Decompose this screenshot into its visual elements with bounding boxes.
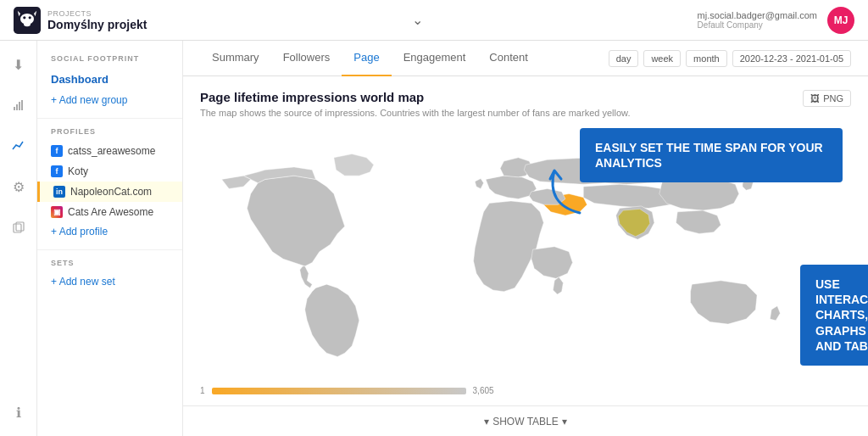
top-header: PROJECTS Domyślny projekt ⌄ mj.social.ba… [0,0,868,41]
icon-bar: ⬇ ⚙ ℹ [0,41,37,436]
tabs-bar: Summary Followers Page Engagement Conten… [183,41,868,76]
tab-summary[interactable]: Summary [200,41,271,76]
profiles-label: PROFILES [37,127,182,141]
svg-point-4 [24,22,31,26]
project-dropdown[interactable]: ⌄ [412,12,423,28]
date-range-picker[interactable]: 2020-12-23 - 2021-01-05 [732,50,851,67]
day-button[interactable]: day [609,50,639,67]
content-area: Summary Followers Page Engagement Conten… [183,41,868,436]
app-logo [14,7,41,34]
callout-top-area: EASILY SET THE TIME SPAN FOR YOUR ANALYT… [537,128,843,221]
profile-item-2[interactable]: f Koty [37,161,182,182]
user-company: Default Company [698,20,817,30]
svg-point-3 [29,16,31,19]
header-center: ⌄ [149,12,685,28]
callout-bottom-area: USE INTERACTIVE CHARTS, GRAPHS AND TABLE… [800,272,843,366]
png-icon: 🖼 [810,93,820,103]
user-avatar[interactable]: MJ [827,7,854,34]
add-profile-button[interactable]: + Add profile [37,222,182,241]
linkedin-icon-3: in [53,186,65,198]
world-map-container: EASILY SET THE TIME SPAN FOR YOUR ANALYT… [200,128,851,383]
project-label: PROJECTS [47,9,147,18]
copy-icon[interactable] [5,214,32,241]
info-icon[interactable]: ℹ [5,399,32,426]
callout-bottom: USE INTERACTIVE CHARTS, GRAPHS AND TABLE… [800,265,868,366]
svg-rect-9 [19,102,20,110]
page-title: Page lifetime impressions world map [200,90,851,104]
png-label: PNG [823,93,843,103]
sidebar-dashboard[interactable]: Dashboard [37,68,182,91]
tab-followers[interactable]: Followers [271,41,342,76]
callout-top: EASILY SET THE TIME SPAN FOR YOUR ANALYT… [580,128,843,182]
download-icon[interactable]: ⬇ [5,51,32,78]
month-button[interactable]: month [686,50,727,67]
page-subtitle: The map shows the source of impressions.… [200,108,851,118]
export-png-button[interactable]: 🖼 PNG [803,90,851,107]
tab-engagement[interactable]: Engagement [392,41,478,76]
tab-page[interactable]: Page [342,41,391,76]
map-legend: 1 3,605 [200,386,851,395]
header-right: mj.social.badger@gmail.com Default Compa… [685,7,854,34]
project-info: PROJECTS Domyślny projekt [47,9,147,31]
sidebar: SOCIAL FOOTPRINT Dashboard + Add new gro… [37,41,183,436]
svg-rect-8 [16,104,18,110]
profile-name-4: Cats Are Awesome [68,206,153,218]
profile-name-3: NapoleonCat.com [70,186,152,198]
chevron-down-icon-2: ▾ [562,416,567,428]
tab-content[interactable]: Content [477,41,540,76]
add-set-button[interactable]: + Add new set [37,272,182,291]
logo-area: PROJECTS Domyślny projekt [14,7,149,34]
sets-label: SETS [37,259,182,272]
svg-point-2 [23,16,25,19]
show-table-footer[interactable]: ▾ SHOW TABLE ▾ [183,405,868,436]
show-table-label: SHOW TABLE [492,416,559,428]
instagram-icon-4: ▣ [51,206,63,218]
settings-icon[interactable]: ⚙ [5,173,32,200]
profile-name-2: Koty [68,165,88,177]
add-group-button[interactable]: + Add new group [37,91,182,109]
profile-item-4[interactable]: ▣ Cats Are Awesome [37,202,182,222]
legend-gradient-bar [212,388,466,394]
page-content: Page lifetime impressions world map The … [183,76,868,405]
profile-item-3[interactable]: in NapoleonCat.com [37,182,182,202]
user-email: mj.social.badger@gmail.com [698,10,817,20]
facebook-icon-2: f [51,165,63,177]
user-info: mj.social.badger@gmail.com Default Compa… [698,10,817,30]
activity-icon[interactable] [5,92,32,119]
week-button[interactable]: week [643,50,681,67]
chevron-down-icon: ▾ [484,416,489,428]
facebook-icon-1: f [51,145,63,157]
callout-top-text: EASILY SET THE TIME SPAN FOR YOUR ANALYT… [595,141,823,170]
project-name: Domyślny projekt [47,18,147,31]
legend-min: 1 [200,386,205,395]
main-layout: ⬇ ⚙ ℹ SOCIAL FOOTPRINT Dashboard + Add n… [0,41,868,436]
time-controls: day week month 2020-12-23 - 2021-01-05 [609,50,851,67]
callout-bottom-text: USE INTERACTIVE CHARTS, GRAPHS AND TABLE… [815,277,868,353]
legend-max: 3,605 [473,386,494,395]
social-footprint-label: SOCIAL FOOTPRINT [37,54,182,68]
chart-icon[interactable] [5,132,32,159]
profile-name-1: catss_areawesome [68,145,155,157]
svg-rect-7 [14,107,15,110]
profile-item-1[interactable]: f catss_areawesome [37,141,182,161]
svg-rect-10 [21,100,23,110]
